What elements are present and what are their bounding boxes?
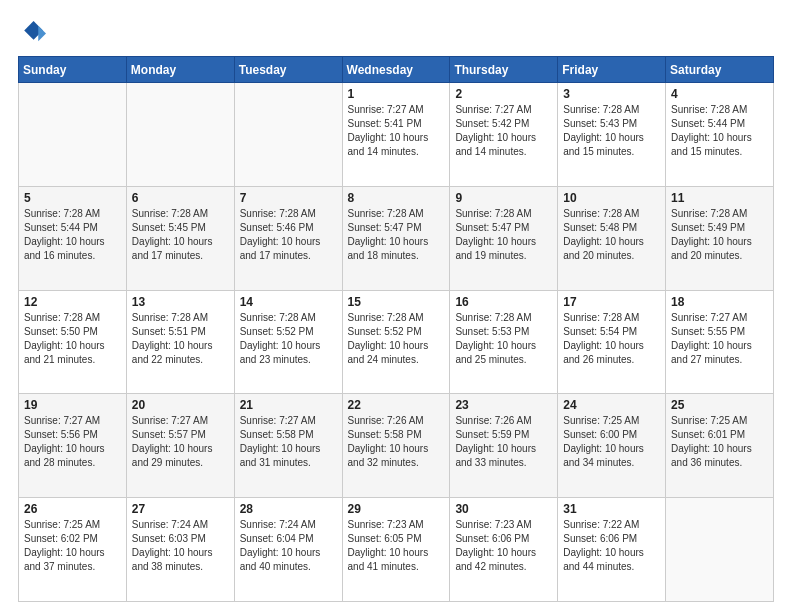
calendar-cell: 31Sunrise: 7:22 AMSunset: 6:06 PMDayligh… [558, 498, 666, 602]
cell-info-line: Sunset: 5:49 PM [671, 222, 745, 233]
cell-info-line: and 15 minutes. [671, 146, 742, 157]
calendar-cell: 11Sunrise: 7:28 AMSunset: 5:49 PMDayligh… [666, 186, 774, 290]
day-header-tuesday: Tuesday [234, 57, 342, 83]
cell-info: Sunrise: 7:28 AMSunset: 5:50 PMDaylight:… [24, 311, 121, 367]
calendar-cell: 4Sunrise: 7:28 AMSunset: 5:44 PMDaylight… [666, 83, 774, 187]
day-number: 2 [455, 87, 552, 101]
cell-info-line: Sunset: 5:43 PM [563, 118, 637, 129]
calendar-cell: 26Sunrise: 7:25 AMSunset: 6:02 PMDayligh… [19, 498, 127, 602]
cell-info-line: Daylight: 10 hours [348, 340, 429, 351]
cell-info-line: Sunrise: 7:28 AM [24, 312, 100, 323]
cell-info-line: Daylight: 10 hours [24, 340, 105, 351]
calendar-cell: 2Sunrise: 7:27 AMSunset: 5:42 PMDaylight… [450, 83, 558, 187]
cell-info-line: Sunrise: 7:25 AM [671, 415, 747, 426]
cell-info-line: Sunset: 5:52 PM [240, 326, 314, 337]
cell-info-line: and 22 minutes. [132, 354, 203, 365]
cell-info-line: and 19 minutes. [455, 250, 526, 261]
calendar-week-2: 5Sunrise: 7:28 AMSunset: 5:44 PMDaylight… [19, 186, 774, 290]
cell-info: Sunrise: 7:25 AMSunset: 6:01 PMDaylight:… [671, 414, 768, 470]
cell-info-line: Sunrise: 7:28 AM [455, 208, 531, 219]
cell-info-line: Sunset: 5:44 PM [671, 118, 745, 129]
cell-info-line: Daylight: 10 hours [455, 132, 536, 143]
day-number: 13 [132, 295, 229, 309]
cell-info-line: and 14 minutes. [455, 146, 526, 157]
cell-info-line: and 29 minutes. [132, 457, 203, 468]
cell-info-line: Daylight: 10 hours [24, 443, 105, 454]
calendar-cell: 6Sunrise: 7:28 AMSunset: 5:45 PMDaylight… [126, 186, 234, 290]
day-number: 1 [348, 87, 445, 101]
cell-info-line: Daylight: 10 hours [563, 340, 644, 351]
day-number: 3 [563, 87, 660, 101]
cell-info-line: Sunset: 5:44 PM [24, 222, 98, 233]
cell-info-line: and 32 minutes. [348, 457, 419, 468]
logo-icon [18, 18, 46, 46]
cell-info-line: Sunrise: 7:28 AM [132, 208, 208, 219]
day-number: 4 [671, 87, 768, 101]
cell-info-line: Daylight: 10 hours [455, 547, 536, 558]
calendar-week-5: 26Sunrise: 7:25 AMSunset: 6:02 PMDayligh… [19, 498, 774, 602]
cell-info: Sunrise: 7:28 AMSunset: 5:52 PMDaylight:… [240, 311, 337, 367]
day-number: 20 [132, 398, 229, 412]
day-number: 27 [132, 502, 229, 516]
day-header-monday: Monday [126, 57, 234, 83]
cell-info-line: and 37 minutes. [24, 561, 95, 572]
day-number: 9 [455, 191, 552, 205]
cell-info-line: Daylight: 10 hours [24, 547, 105, 558]
cell-info-line: and 17 minutes. [132, 250, 203, 261]
cell-info-line: Sunrise: 7:28 AM [671, 104, 747, 115]
day-number: 31 [563, 502, 660, 516]
cell-info-line: Sunrise: 7:28 AM [240, 208, 316, 219]
day-header-wednesday: Wednesday [342, 57, 450, 83]
cell-info-line: Sunrise: 7:24 AM [132, 519, 208, 530]
day-header-saturday: Saturday [666, 57, 774, 83]
cell-info-line: and 34 minutes. [563, 457, 634, 468]
day-number: 29 [348, 502, 445, 516]
calendar-week-3: 12Sunrise: 7:28 AMSunset: 5:50 PMDayligh… [19, 290, 774, 394]
cell-info-line: and 24 minutes. [348, 354, 419, 365]
cell-info-line: Sunset: 5:55 PM [671, 326, 745, 337]
calendar-cell: 17Sunrise: 7:28 AMSunset: 5:54 PMDayligh… [558, 290, 666, 394]
cell-info-line: and 44 minutes. [563, 561, 634, 572]
day-number: 22 [348, 398, 445, 412]
day-number: 8 [348, 191, 445, 205]
cell-info-line: Sunset: 5:51 PM [132, 326, 206, 337]
calendar-week-1: 1Sunrise: 7:27 AMSunset: 5:41 PMDaylight… [19, 83, 774, 187]
cell-info-line: Daylight: 10 hours [455, 340, 536, 351]
cell-info-line: and 15 minutes. [563, 146, 634, 157]
calendar-cell: 16Sunrise: 7:28 AMSunset: 5:53 PMDayligh… [450, 290, 558, 394]
day-number: 5 [24, 191, 121, 205]
cell-info: Sunrise: 7:27 AMSunset: 5:41 PMDaylight:… [348, 103, 445, 159]
calendar-cell: 23Sunrise: 7:26 AMSunset: 5:59 PMDayligh… [450, 394, 558, 498]
cell-info-line: Sunrise: 7:27 AM [24, 415, 100, 426]
calendar-cell: 24Sunrise: 7:25 AMSunset: 6:00 PMDayligh… [558, 394, 666, 498]
cell-info-line: Sunrise: 7:28 AM [671, 208, 747, 219]
cell-info-line: Daylight: 10 hours [563, 547, 644, 558]
cell-info: Sunrise: 7:26 AMSunset: 5:58 PMDaylight:… [348, 414, 445, 470]
cell-info-line: Sunrise: 7:28 AM [563, 104, 639, 115]
cell-info-line: Sunrise: 7:27 AM [671, 312, 747, 323]
cell-info-line: Daylight: 10 hours [132, 547, 213, 558]
cell-info-line: and 20 minutes. [563, 250, 634, 261]
cell-info-line: Sunrise: 7:28 AM [132, 312, 208, 323]
cell-info-line: Sunrise: 7:28 AM [348, 312, 424, 323]
day-number: 21 [240, 398, 337, 412]
cell-info-line: Sunset: 6:06 PM [563, 533, 637, 544]
day-number: 30 [455, 502, 552, 516]
cell-info-line: Daylight: 10 hours [671, 340, 752, 351]
cell-info-line: and 21 minutes. [24, 354, 95, 365]
cell-info-line: Daylight: 10 hours [348, 236, 429, 247]
cell-info-line: Sunrise: 7:28 AM [348, 208, 424, 219]
cell-info: Sunrise: 7:28 AMSunset: 5:44 PMDaylight:… [671, 103, 768, 159]
cell-info-line: and 17 minutes. [240, 250, 311, 261]
calendar-table: SundayMondayTuesdayWednesdayThursdayFrid… [18, 56, 774, 602]
cell-info: Sunrise: 7:28 AMSunset: 5:49 PMDaylight:… [671, 207, 768, 263]
cell-info: Sunrise: 7:27 AMSunset: 5:56 PMDaylight:… [24, 414, 121, 470]
cell-info-line: Sunset: 5:59 PM [455, 429, 529, 440]
day-number: 16 [455, 295, 552, 309]
cell-info-line: Sunset: 6:00 PM [563, 429, 637, 440]
calendar-cell: 13Sunrise: 7:28 AMSunset: 5:51 PMDayligh… [126, 290, 234, 394]
calendar-cell: 5Sunrise: 7:28 AMSunset: 5:44 PMDaylight… [19, 186, 127, 290]
calendar-cell: 28Sunrise: 7:24 AMSunset: 6:04 PMDayligh… [234, 498, 342, 602]
header [18, 18, 774, 46]
cell-info-line: and 38 minutes. [132, 561, 203, 572]
